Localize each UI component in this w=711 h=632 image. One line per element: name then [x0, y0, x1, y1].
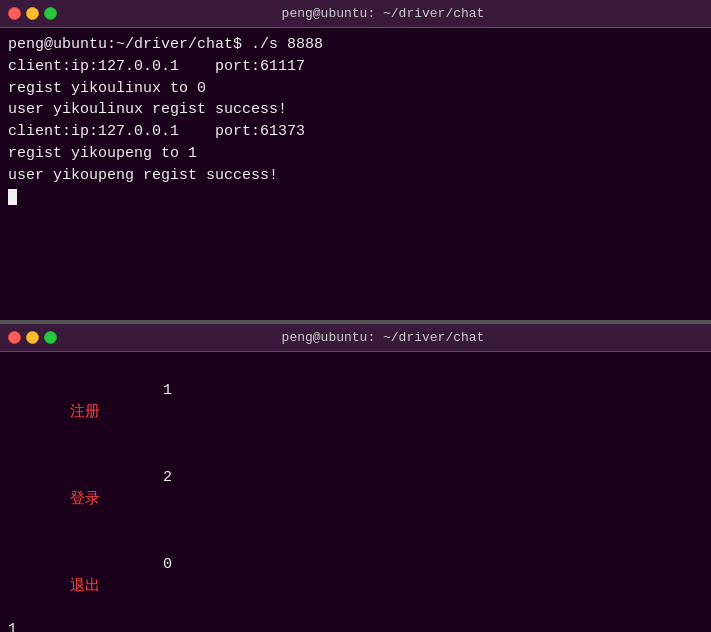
- menu-number-2: 2: [62, 467, 172, 489]
- bottom-window-buttons: [8, 331, 57, 344]
- terminal-line-5: client:ip:127.0.0.1 port:61373: [8, 121, 703, 143]
- menu-number-1: 1: [62, 380, 172, 402]
- terminal-line-3: regist yikoulinux to 0: [8, 78, 703, 100]
- terminal-line-7: user yikoupeng regist success!: [8, 165, 703, 187]
- terminal-line-4: user yikoulinux regist success!: [8, 99, 703, 121]
- menu-line-2: 2 登录: [8, 445, 703, 532]
- menu-label-2: 登录: [70, 491, 100, 508]
- bottom-terminal-window: peng@ubuntu: ~/driver/chat 1 注册 2 登录 0 退…: [0, 324, 711, 632]
- bottom-maximize-button[interactable]: [44, 331, 57, 344]
- bottom-title-bar: peng@ubuntu: ~/driver/chat: [0, 324, 711, 352]
- menu-line-1: 1 注册: [8, 358, 703, 445]
- terminal-line-6: regist yikoupeng to 1: [8, 143, 703, 165]
- menu-number-0: 0: [62, 554, 172, 576]
- menu-line-0: 0 退出: [8, 532, 703, 619]
- menu-label-0: 退出: [70, 578, 100, 595]
- terminal-cursor-line: [8, 186, 703, 208]
- minimize-button[interactable]: [26, 7, 39, 20]
- menu-label-1: 注册: [70, 404, 100, 421]
- maximize-button[interactable]: [44, 7, 57, 20]
- close-button[interactable]: [8, 7, 21, 20]
- top-terminal-body[interactable]: peng@ubuntu:~/driver/chat$ ./s 8888 clie…: [0, 28, 711, 320]
- terminal-line-2: client:ip:127.0.0.1 port:61117: [8, 56, 703, 78]
- cursor-block: [8, 189, 17, 205]
- top-title-bar: peng@ubuntu: ~/driver/chat: [0, 0, 711, 28]
- bottom-window-title: peng@ubuntu: ~/driver/chat: [63, 330, 703, 345]
- top-terminal-window: peng@ubuntu: ~/driver/chat peng@ubuntu:~…: [0, 0, 711, 320]
- top-window-title: peng@ubuntu: ~/driver/chat: [63, 6, 703, 21]
- bottom-terminal-body[interactable]: 1 注册 2 登录 0 退出 1 input your name yikoupe…: [0, 352, 711, 632]
- bottom-minimize-button[interactable]: [26, 331, 39, 344]
- bottom-line-1: 1: [8, 619, 703, 632]
- terminal-line-1: peng@ubuntu:~/driver/chat$ ./s 8888: [8, 34, 703, 56]
- window-buttons: [8, 7, 57, 20]
- bottom-close-button[interactable]: [8, 331, 21, 344]
